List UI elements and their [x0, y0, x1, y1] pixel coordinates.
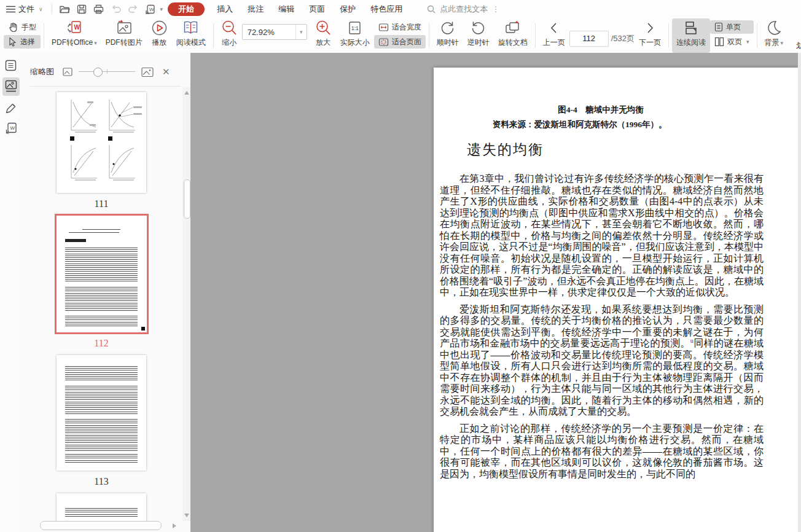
- scroll-down-arrow[interactable]: [184, 514, 189, 517]
- pdf-to-image-button[interactable]: PDF转图片: [101, 18, 147, 53]
- signature-panel-button[interactable]: [2, 100, 20, 116]
- actual-size-label: 实际大小: [340, 37, 370, 48]
- thumb-paragraph-block: [65, 419, 138, 451]
- outline-panel-button[interactable]: [2, 57, 20, 73]
- background-label: 背景: [765, 37, 780, 48]
- redo-button[interactable]: [127, 3, 139, 15]
- next-page-label: 下一页: [639, 37, 661, 48]
- thumbnail-page-number[interactable]: 111: [95, 198, 109, 209]
- tab-featured-apps[interactable]: 特色应用: [363, 0, 410, 18]
- divider: [668, 23, 669, 48]
- tab-page[interactable]: 页面: [302, 0, 332, 18]
- tab-protect[interactable]: 保护: [332, 0, 363, 18]
- thumbnail-item-113[interactable]: 113: [21, 355, 181, 493]
- scroll-up-arrow[interactable]: [184, 91, 189, 95]
- background-button[interactable]: 背景▾: [760, 18, 788, 53]
- thumbnails-icon: [5, 80, 17, 93]
- slider-tick: [107, 69, 107, 74]
- thumbnails-panel-button[interactable]: [2, 77, 20, 96]
- continuous-reading-button[interactable]: 连续阅读: [672, 18, 710, 53]
- chevron-down-icon: ▾: [746, 39, 749, 45]
- thumb-size-large-icon[interactable]: [141, 67, 154, 77]
- fit-width-button[interactable]: 适合宽度: [374, 20, 426, 34]
- zoom-out-button[interactable]: 缩小: [217, 18, 242, 53]
- thumbnail-vertical-scrollbar[interactable]: [182, 87, 190, 521]
- zoom-level-combobox[interactable]: 72.92% ▾: [242, 24, 307, 40]
- clipped-toolbar-item[interactable]: 划词翻译: [796, 41, 801, 51]
- previous-page-button[interactable]: 上一页: [539, 18, 569, 53]
- thumbnail-page-112[interactable]: [57, 216, 147, 332]
- export-word-button[interactable]: W: [144, 3, 157, 15]
- scroll-right-arrow[interactable]: [173, 523, 176, 528]
- export-word-panel-button[interactable]: W: [2, 120, 20, 136]
- slider-knob[interactable]: [93, 68, 103, 77]
- outline-icon: [5, 60, 17, 71]
- document-page[interactable]: 图4-4 糖域中并无均衡 资料来源：爱泼斯坦和阿克斯特尔（1996年）。 遗失的…: [434, 68, 798, 532]
- read-mode-button[interactable]: 阅读模式: [172, 18, 210, 53]
- actual-size-button[interactable]: 1:1 实际大小: [336, 18, 374, 53]
- continuous-reading-icon: [682, 20, 700, 36]
- rotate-clockwise-button[interactable]: 顺时针: [432, 18, 463, 53]
- thumbnail-page-number[interactable]: 113: [94, 476, 108, 487]
- tab-home[interactable]: 开始: [168, 2, 205, 16]
- thumbnail-page-114[interactable]: [57, 493, 146, 521]
- thumbnail-item-114[interactable]: [21, 493, 181, 521]
- mini-charts-figure: [57, 92, 146, 193]
- thumb-paragraph-block: [65, 287, 138, 313]
- undo-button[interactable]: [110, 3, 122, 15]
- document-canvas[interactable]: 图4-4 糖域中并无均衡 资料来源：爱泼斯坦和阿克斯特尔（1996年）。 遗失的…: [190, 53, 801, 532]
- open-file-button[interactable]: [58, 3, 71, 15]
- figure-caption: 图4-4 糖域中并无均衡: [440, 104, 762, 115]
- toolbar: 手型 选择 W PDF转Office▾ PDF转图片 播放 阅读模式 缩: [0, 18, 801, 53]
- tab-insert[interactable]: 插入: [209, 0, 240, 18]
- hand-tool-button[interactable]: 手型: [4, 20, 41, 34]
- thumbnail-page-number[interactable]: 112: [94, 338, 108, 349]
- page-number-input[interactable]: [569, 31, 609, 47]
- scrollbar-thumb[interactable]: [184, 179, 190, 219]
- rotate-document-button[interactable]: 旋转文档: [494, 18, 532, 53]
- double-page-button[interactable]: 双页 ▾: [710, 35, 754, 49]
- document-vertical-scrollbar[interactable]: [798, 53, 801, 532]
- search-field[interactable]: 点此查找文本 ⋮: [427, 4, 499, 15]
- single-page-button[interactable]: 单页: [710, 20, 754, 34]
- thumbnail-item-112[interactable]: 112: [21, 216, 181, 355]
- double-page-label: 双页: [727, 37, 742, 47]
- save-button[interactable]: [76, 3, 88, 15]
- tab-edit[interactable]: 编辑: [271, 0, 302, 18]
- next-page-button[interactable]: 下一页: [635, 18, 665, 53]
- print-button[interactable]: [93, 3, 105, 15]
- file-menu[interactable]: 文件 ∨: [0, 4, 48, 15]
- select-tool-button[interactable]: 选择: [4, 35, 41, 49]
- rotate-counterclockwise-label: 逆时针: [467, 37, 490, 48]
- chevron-down-icon: ∨: [39, 6, 43, 12]
- close-panel-icon[interactable]: ✕: [162, 66, 170, 77]
- svg-text:W: W: [10, 125, 15, 131]
- zoom-in-icon: [315, 20, 332, 36]
- thumbnail-item-111[interactable]: 111: [21, 92, 181, 216]
- thumb-source-lines: [69, 232, 119, 234]
- thumbnail-page-111[interactable]: [57, 92, 146, 193]
- pdf-to-office-icon: W: [65, 20, 84, 36]
- paragraph-3: 正如之前讨论的那样，传统经济学的另一个主要预测是一价定律：在特定的市场中，某样商…: [440, 423, 764, 480]
- figure-source: 资料来源：爱泼斯坦和阿克斯特尔（1996年）。: [493, 119, 667, 130]
- search-options-icon[interactable]: ⋮: [492, 5, 499, 14]
- hand-icon: [8, 22, 18, 33]
- tab-annotate[interactable]: 批注: [240, 0, 271, 18]
- zoom-in-button[interactable]: 放大: [311, 18, 336, 53]
- thumbnail-horizontal-scrollbar[interactable]: [40, 521, 162, 530]
- chevron-down-icon[interactable]: ▾: [160, 6, 163, 12]
- pdf-to-office-button[interactable]: W PDF转Office▾: [47, 18, 101, 53]
- thumbnail-zoom-slider[interactable]: [79, 68, 135, 76]
- pdf-to-image-icon: [115, 20, 133, 36]
- thumbnail-list: 111 112: [21, 87, 181, 521]
- play-button[interactable]: 播放: [147, 18, 172, 53]
- divider: [429, 23, 429, 48]
- fit-page-button[interactable]: 适合页面: [374, 35, 426, 49]
- chevron-right-icon: [643, 20, 657, 36]
- thumbnail-page-113[interactable]: [57, 355, 146, 471]
- single-page-icon: [714, 22, 723, 32]
- single-page-label: 单页: [726, 22, 741, 33]
- thumb-size-small-icon[interactable]: [63, 68, 72, 76]
- chevron-down-icon[interactable]: ▾: [295, 25, 307, 39]
- rotate-counterclockwise-button[interactable]: 逆时针: [463, 18, 494, 53]
